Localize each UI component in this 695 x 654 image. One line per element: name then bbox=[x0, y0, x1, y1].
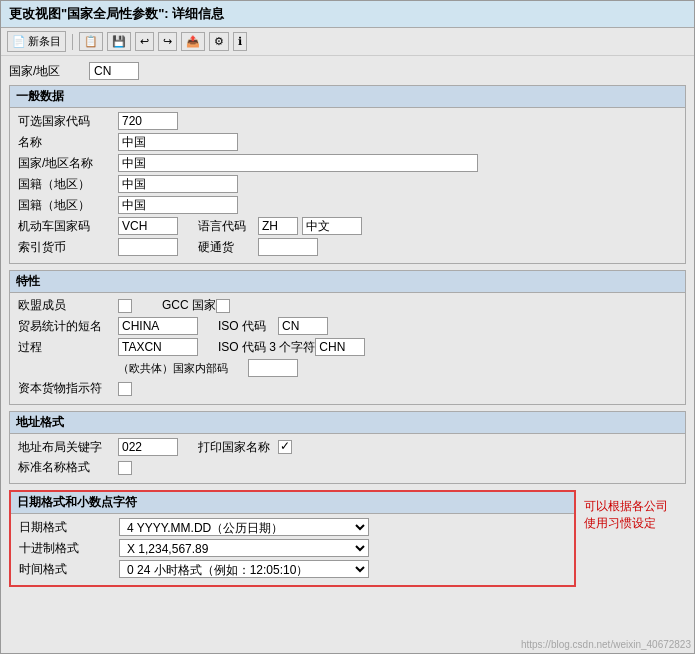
motor-country-label: 机动车国家码 bbox=[18, 218, 118, 235]
characteristics-section: 特性 欧盟成员 GCC 国家 贸易统计的短名 ISO 代码 bbox=[9, 270, 686, 405]
general-section: 一般数据 可选国家代码 名称 国家/地区名称 bbox=[9, 85, 686, 264]
name-input[interactable] bbox=[118, 133, 238, 151]
process-label: 过程 bbox=[18, 339, 118, 356]
main-window: 更改视图"国家全局性参数": 详细信息 📄 新条目 📋 💾 ↩ ↪ 📤 ⚙ ℹ bbox=[0, 0, 695, 654]
save-button[interactable]: 💾 bbox=[107, 32, 131, 51]
date-format-row: 日期格式 4 YYYY.MM.DD（公历日期） bbox=[19, 518, 566, 536]
new-entry-button[interactable]: 📄 新条目 bbox=[7, 31, 66, 52]
watermark: https://blog.csdn.net/weixin_40672823 bbox=[521, 639, 691, 650]
standard-name-row: 标准名称格式 bbox=[18, 459, 677, 476]
redo-button[interactable]: ↪ bbox=[158, 32, 177, 51]
process-input[interactable] bbox=[118, 338, 198, 356]
motor-country-input[interactable] bbox=[118, 217, 178, 235]
currency-input[interactable] bbox=[118, 238, 178, 256]
eu-internal-input[interactable] bbox=[248, 359, 298, 377]
iso-code-input[interactable] bbox=[278, 317, 328, 335]
lang-code-input[interactable] bbox=[258, 217, 298, 235]
nationality-row: 国籍（地区） bbox=[18, 175, 677, 193]
date-format-label: 日期格式 bbox=[19, 519, 119, 536]
bottom-area: 日期格式和小数点字符 日期格式 4 YYYY.MM.DD（公历日期） 十进制格式… bbox=[9, 490, 686, 593]
country-region-row: 国家/地区名称 bbox=[18, 154, 677, 172]
date-decimal-section: 日期格式和小数点字符 日期格式 4 YYYY.MM.DD（公历日期） 十进制格式… bbox=[9, 490, 576, 587]
lang-name-input[interactable] bbox=[302, 217, 362, 235]
trade-iso-row: 贸易统计的短名 ISO 代码 bbox=[18, 317, 677, 335]
content-area: 国家/地区 一般数据 可选国家代码 名称 国家/地区名称 bbox=[1, 56, 694, 653]
decimal-format-select[interactable]: X 1,234,567.89 bbox=[119, 539, 369, 557]
print-country-checkbox[interactable] bbox=[278, 440, 292, 454]
name-label: 名称 bbox=[18, 134, 118, 151]
trade-stats-label: 贸易统计的短名 bbox=[18, 318, 118, 335]
side-note-text: 可以根据各公司使用习惯设定 bbox=[584, 499, 668, 530]
copy-icon: 📋 bbox=[84, 35, 98, 48]
process-iso3-row: 过程 ISO 代码 3 个字符 bbox=[18, 338, 677, 356]
new-entry-label: 新条目 bbox=[28, 34, 61, 49]
general-section-header: 一般数据 bbox=[10, 86, 685, 108]
address-body: 地址布局关键字 打印国家名称 标准名称格式 bbox=[10, 434, 685, 483]
country-input[interactable] bbox=[89, 62, 139, 80]
gcc-checkbox[interactable] bbox=[216, 299, 230, 313]
time-format-row: 时间格式 0 24 小时格式（例如：12:05:10） bbox=[19, 560, 566, 578]
export-button[interactable]: 📤 bbox=[181, 32, 205, 51]
title-bar: 更改视图"国家全局性参数": 详细信息 bbox=[1, 1, 694, 28]
nationality-input[interactable] bbox=[118, 175, 238, 193]
general-section-body: 可选国家代码 名称 国家/地区名称 国籍（地区） bbox=[10, 108, 685, 263]
date-format-select[interactable]: 4 YYYY.MM.DD（公历日期） bbox=[119, 518, 369, 536]
country-region-label: 国家/地区名称 bbox=[18, 155, 118, 172]
standard-name-label: 标准名称格式 bbox=[18, 459, 118, 476]
settings-button[interactable]: ⚙ bbox=[209, 32, 229, 51]
print-country-label: 打印国家名称 bbox=[178, 439, 278, 456]
eu-internal-label: （欧共体）国家内部码 bbox=[118, 361, 228, 376]
side-note: 可以根据各公司使用习惯设定 bbox=[576, 490, 686, 593]
country-label: 国家/地区 bbox=[9, 63, 89, 80]
eu-member-label: 欧盟成员 bbox=[18, 297, 118, 314]
undo-button[interactable]: ↩ bbox=[135, 32, 154, 51]
nationality2-input[interactable] bbox=[118, 196, 238, 214]
undo-icon: ↩ bbox=[140, 35, 149, 48]
address-header: 地址格式 bbox=[10, 412, 685, 434]
country-header: 国家/地区 bbox=[9, 62, 686, 80]
save-icon: 💾 bbox=[112, 35, 126, 48]
gcc-label: GCC 国家 bbox=[132, 297, 216, 314]
trade-stats-input[interactable] bbox=[118, 317, 198, 335]
layout-key-label: 地址布局关键字 bbox=[18, 439, 118, 456]
nationality-label: 国籍（地区） bbox=[18, 176, 118, 193]
settings-icon: ⚙ bbox=[214, 35, 224, 48]
layout-key-input[interactable] bbox=[118, 438, 178, 456]
characteristics-header: 特性 bbox=[10, 271, 685, 293]
country-region-input[interactable] bbox=[118, 154, 478, 172]
eu-member-checkbox[interactable] bbox=[118, 299, 132, 313]
currency-label: 索引货币 bbox=[18, 239, 118, 256]
capital-goods-label: 资本货物指示符 bbox=[18, 380, 118, 397]
country-code-input[interactable] bbox=[118, 112, 178, 130]
redo-icon: ↪ bbox=[163, 35, 172, 48]
iso3-input[interactable] bbox=[315, 338, 365, 356]
toolbar: 📄 新条目 📋 💾 ↩ ↪ 📤 ⚙ ℹ bbox=[1, 28, 694, 56]
time-format-select[interactable]: 0 24 小时格式（例如：12:05:10） bbox=[119, 560, 369, 578]
address-section: 地址格式 地址布局关键字 打印国家名称 标准名称格式 bbox=[9, 411, 686, 484]
window-title: 更改视图"国家全局性参数": 详细信息 bbox=[9, 6, 224, 21]
toolbar-separator bbox=[72, 34, 73, 50]
time-format-label: 时间格式 bbox=[19, 561, 119, 578]
iso-code-label: ISO 代码 bbox=[198, 318, 278, 335]
info-button[interactable]: ℹ bbox=[233, 32, 247, 51]
copy-button[interactable]: 📋 bbox=[79, 32, 103, 51]
hard-currency-label: 硬通货 bbox=[178, 239, 258, 256]
hard-currency-input[interactable] bbox=[258, 238, 318, 256]
currency-row: 索引货币 硬通货 bbox=[18, 238, 677, 256]
capital-goods-checkbox[interactable] bbox=[118, 382, 132, 396]
info-icon: ℹ bbox=[238, 35, 242, 48]
date-decimal-body: 日期格式 4 YYYY.MM.DD（公历日期） 十进制格式 X 1,234,56… bbox=[11, 514, 574, 585]
country-code-row: 可选国家代码 bbox=[18, 112, 677, 130]
new-entry-icon: 📄 bbox=[12, 35, 26, 48]
nationality2-row: 国籍（地区） bbox=[18, 196, 677, 214]
country-code-label: 可选国家代码 bbox=[18, 113, 118, 130]
nationality2-label: 国籍（地区） bbox=[18, 197, 118, 214]
layout-print-row: 地址布局关键字 打印国家名称 bbox=[18, 438, 677, 456]
lang-code-label: 语言代码 bbox=[178, 218, 258, 235]
characteristics-body: 欧盟成员 GCC 国家 贸易统计的短名 ISO 代码 过程 bbox=[10, 293, 685, 404]
name-row: 名称 bbox=[18, 133, 677, 151]
main-form: 国家/地区 一般数据 可选国家代码 名称 国家/地区名称 bbox=[1, 56, 694, 653]
standard-name-checkbox[interactable] bbox=[118, 461, 132, 475]
export-icon: 📤 bbox=[186, 35, 200, 48]
eu-internal-row: （欧共体）国家内部码 bbox=[18, 359, 677, 377]
